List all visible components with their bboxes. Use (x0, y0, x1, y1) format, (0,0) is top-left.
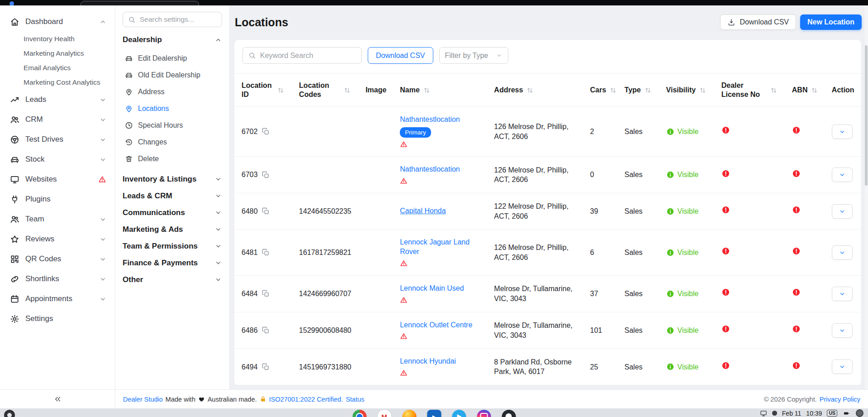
column-header[interactable]: Dealer License No (714, 74, 785, 107)
location-name-link[interactable]: Lennock Hyundai (400, 357, 456, 366)
download-csv-button[interactable]: Download CSV (720, 14, 796, 30)
scrollbar-thumb[interactable] (865, 45, 868, 186)
sidebar-item[interactable]: Stock (0, 149, 115, 169)
copy-icon[interactable] (262, 326, 270, 334)
sort-icon[interactable] (423, 86, 431, 94)
settings-nav-item[interactable]: Locations (123, 100, 222, 117)
settings-nav-item[interactable]: Edit Dealership (123, 50, 222, 67)
column-header[interactable]: Address (487, 74, 583, 107)
column-header[interactable]: Name (393, 74, 487, 107)
keyword-search-input[interactable] (260, 52, 356, 60)
screen-share-icon[interactable] (760, 410, 767, 417)
chrome-icon[interactable] (352, 410, 366, 417)
sidebar-item[interactable]: Test Drives (0, 129, 115, 149)
sidebar-item[interactable]: Dashboard (0, 12, 115, 32)
gmail-icon[interactable]: M (377, 410, 391, 417)
launcher-button[interactable] (4, 410, 15, 417)
privacy-policy-link[interactable]: Privacy Policy (820, 396, 860, 403)
row-action-dropdown[interactable] (832, 125, 853, 139)
scrollbar[interactable] (864, 5, 868, 389)
shelf-date[interactable]: Feb 11 (782, 410, 802, 417)
instagram-icon[interactable] (477, 410, 491, 417)
copy-icon[interactable] (262, 249, 270, 256)
dealer-studio-link[interactable]: Dealer Studio (123, 396, 163, 403)
column-header[interactable]: Image (358, 74, 393, 107)
tray-avatar[interactable] (856, 409, 863, 417)
sort-icon[interactable] (644, 86, 652, 94)
github-icon[interactable] (502, 410, 516, 417)
sidebar-item[interactable]: QR Codes (0, 249, 115, 269)
settings-nav-item[interactable]: Old Edit Dealership (123, 67, 222, 83)
keyboard-layout-badge[interactable]: US (827, 410, 837, 417)
video-app-icon[interactable]: ▶ (427, 410, 441, 417)
settings-nav-item[interactable]: Address (123, 83, 222, 100)
row-action-dropdown[interactable] (832, 287, 853, 301)
column-header[interactable]: Location Codes (292, 74, 358, 107)
new-location-button[interactable]: New Location (800, 14, 862, 30)
sort-icon[interactable] (699, 86, 707, 94)
sidebar-item[interactable]: Reviews (0, 229, 115, 249)
sidebar-item[interactable]: CRM (0, 110, 115, 129)
sidebar-item[interactable]: Inventory Health (0, 32, 115, 46)
settings-nav-item[interactable]: Delete (123, 150, 222, 167)
row-action-dropdown[interactable] (832, 168, 853, 182)
column-header[interactable]: ABN (785, 74, 825, 107)
settings-section-dealership[interactable]: Dealership (123, 31, 222, 49)
toolbar-download-csv-button[interactable]: Download CSV (368, 47, 433, 64)
settings-nav-item[interactable]: Special Hours (123, 117, 222, 134)
sidebar-item[interactable]: Appointments (0, 289, 115, 309)
settings-section-header[interactable]: Marketing & Ads (123, 221, 222, 238)
settings-section-header[interactable]: Communications (123, 204, 222, 221)
settings-section-header[interactable]: Team & Permissions (123, 238, 222, 254)
copy-icon[interactable] (262, 363, 270, 371)
column-header[interactable]: Location ID (234, 74, 292, 107)
keyword-search[interactable] (242, 47, 362, 64)
copy-icon[interactable] (262, 207, 270, 215)
sidebar-item[interactable]: Leads (0, 90, 115, 110)
settings-section-header[interactable]: Inventory & Listings (123, 171, 222, 187)
sort-icon[interactable] (811, 86, 818, 94)
column-header[interactable]: Type (617, 74, 659, 107)
sort-icon[interactable] (609, 86, 617, 94)
settings-section-header[interactable]: Other (123, 271, 222, 288)
sidebar-item[interactable]: Settings (0, 309, 115, 329)
settings-search-input[interactable] (140, 15, 217, 24)
column-header[interactable]: Visibility (659, 74, 714, 107)
collapse-sidebar-button[interactable] (53, 395, 62, 403)
row-action-dropdown[interactable] (832, 323, 853, 338)
sidebar-item[interactable]: Websites (0, 169, 115, 189)
settings-search[interactable] (123, 12, 222, 27)
column-header[interactable]: Cars (583, 74, 617, 107)
copy-icon[interactable] (262, 171, 270, 179)
row-action-dropdown[interactable] (832, 359, 853, 374)
sidebar-item[interactable]: Marketing Analytics (0, 46, 115, 61)
settings-nav-item[interactable]: Changes (123, 134, 222, 150)
filter-by-type-select[interactable]: Filter by Type (439, 47, 508, 64)
row-action-dropdown[interactable] (832, 204, 853, 219)
settings-section-header[interactable]: Leads & CRM (123, 187, 222, 204)
sidebar-item[interactable]: Plugins (0, 189, 115, 209)
settings-section-header[interactable]: Finance & Payments (123, 254, 222, 271)
column-header[interactable]: Action (825, 74, 861, 107)
location-name-link[interactable]: Nathantestlocation (400, 165, 460, 174)
telegram-icon[interactable] (452, 410, 466, 417)
location-name-link[interactable]: Lennock Jaguar Land Rover (400, 238, 479, 257)
copy-icon[interactable] (262, 128, 270, 135)
location-name-link[interactable]: Capital Honda (400, 206, 446, 216)
copy-icon[interactable] (262, 290, 270, 297)
notification-dot[interactable] (772, 411, 777, 416)
status-link[interactable]: Status (346, 396, 364, 403)
sidebar-item[interactable]: Marketing Cost Analytics (0, 75, 115, 90)
sort-icon[interactable] (343, 86, 351, 94)
sidebar-item[interactable]: Team (0, 209, 115, 229)
location-name-link[interactable]: Nathantestlocation (400, 115, 460, 125)
location-name-link[interactable]: Lennock Main Used (400, 284, 464, 293)
sidebar-item[interactable]: Shortlinks (0, 269, 115, 289)
row-action-dropdown[interactable] (832, 245, 853, 260)
sort-icon[interactable] (277, 86, 285, 94)
sidebar-item[interactable]: Email Analytics (0, 61, 115, 75)
sort-icon[interactable] (770, 86, 778, 94)
shelf-clock[interactable]: 10:39 (806, 410, 822, 417)
browser-search-bar[interactable] (81, 1, 199, 5)
location-name-link[interactable]: Lennock Outlet Centre (400, 321, 472, 330)
